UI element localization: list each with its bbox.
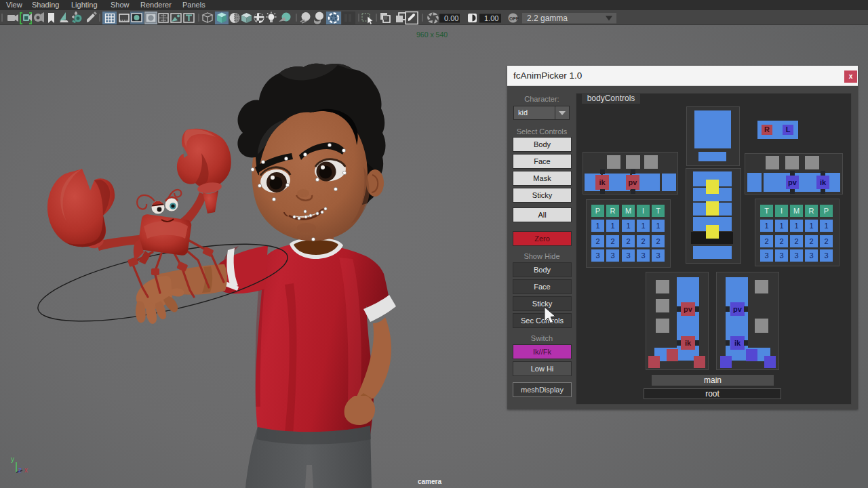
svg-text:0.00: 0.00 bbox=[444, 14, 458, 22]
svg-text:OFF: OFF bbox=[509, 16, 519, 21]
svg-text:x: x bbox=[24, 466, 28, 474]
svg-text:960 x 540: 960 x 540 bbox=[416, 30, 448, 39]
svg-text:1.00: 1.00 bbox=[484, 14, 498, 22]
svg-text:2.2 gamma: 2.2 gamma bbox=[527, 14, 568, 23]
svg-text:y: y bbox=[11, 455, 14, 463]
svg-text:z: z bbox=[18, 466, 22, 474]
svg-text:camera: camera bbox=[418, 478, 441, 485]
